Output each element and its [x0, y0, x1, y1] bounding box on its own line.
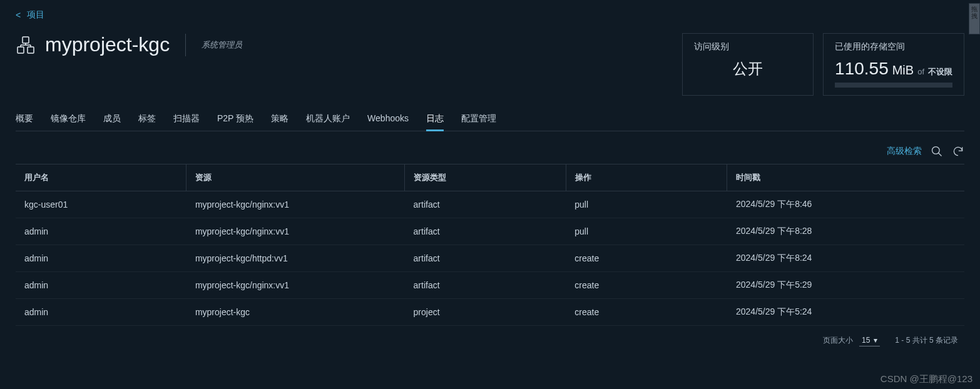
storage-of: of — [917, 67, 924, 76]
cell-time: 2024/5/29 下午8:28 — [727, 218, 964, 245]
access-level-label: 访问级别 — [694, 41, 802, 53]
table-row[interactable]: adminmyproject-kgcprojectcreate2024/5/29… — [16, 299, 964, 326]
tab-8[interactable]: Webhooks — [367, 108, 409, 131]
table-row[interactable]: adminmyproject-kgc/nginx:vv1artifactpull… — [16, 218, 964, 245]
page-size-value: 15 — [862, 336, 870, 345]
project-header: myproject-kgc 系统管理员 — [16, 33, 242, 56]
cell-type: artifact — [405, 245, 566, 272]
cell-resource: myproject-kgc/nginx:vv1 — [186, 191, 405, 218]
cell-time: 2024/5/29 下午8:46 — [727, 191, 964, 218]
cell-user: admin — [16, 272, 186, 299]
tab-4[interactable]: 扫描器 — [173, 108, 200, 131]
cell-resource: myproject-kgc — [186, 299, 405, 326]
cell-action: pull — [566, 218, 727, 245]
page-size-select[interactable]: 15 ▾ — [859, 335, 880, 346]
cell-action: create — [566, 272, 727, 299]
svg-rect-0 — [23, 37, 29, 43]
access-level-value: 公开 — [694, 59, 802, 79]
toolbar: 高级检索 — [16, 139, 964, 164]
table-row[interactable]: kgc-user01myproject-kgc/nginx:vv1artifac… — [16, 191, 964, 218]
storage-progress-bar — [835, 83, 952, 88]
cell-action: create — [566, 245, 727, 272]
refresh-icon[interactable] — [952, 145, 964, 158]
storage-label: 已使用的存储空间 — [835, 41, 952, 53]
table-header-0[interactable]: 用户名 — [16, 164, 186, 191]
table-footer: 页面大小 15 ▾ 1 - 5 共计 5 条记录 — [16, 326, 964, 355]
cell-time: 2024/5/29 下午5:29 — [727, 272, 964, 299]
table-header-2[interactable]: 资源类型 — [405, 164, 566, 191]
cell-user: admin — [16, 218, 186, 245]
tab-5[interactable]: P2P 预热 — [217, 108, 253, 131]
cell-action: pull — [566, 191, 727, 218]
table-header-4[interactable]: 时间戳 — [727, 164, 964, 191]
svg-point-7 — [932, 147, 940, 154]
cell-resource: myproject-kgc/nginx:vv1 — [186, 218, 405, 245]
advanced-search-link[interactable]: 高级检索 — [887, 146, 922, 157]
cell-type: artifact — [405, 191, 566, 218]
breadcrumb-projects-link[interactable]: 项目 — [27, 9, 44, 21]
tab-7[interactable]: 机器人账户 — [306, 108, 350, 131]
breadcrumb: < 项目 — [16, 9, 964, 21]
tab-6[interactable]: 策略 — [271, 108, 288, 131]
page-title: myproject-kgc — [45, 33, 170, 56]
cell-time: 2024/5/29 下午8:24 — [727, 245, 964, 272]
cell-type: artifact — [405, 218, 566, 245]
tab-9[interactable]: 日志 — [426, 108, 444, 131]
storage-unit: MiB — [892, 63, 914, 78]
table-row[interactable]: adminmyproject-kgc/nginx:vv1artifactcrea… — [16, 272, 964, 299]
tab-3[interactable]: 标签 — [138, 108, 156, 131]
svg-line-8 — [939, 153, 942, 156]
cell-resource: myproject-kgc/httpd:vv1 — [186, 245, 405, 272]
tab-0[interactable]: 概要 — [16, 108, 33, 131]
cell-resource: myproject-kgc/nginx:vv1 — [186, 272, 405, 299]
access-level-card: 访问级别 公开 — [682, 33, 814, 96]
side-widget[interactable]: 拖拽 — [969, 3, 980, 34]
cell-type: project — [405, 299, 566, 326]
cell-user: admin — [16, 245, 186, 272]
table-header-3[interactable]: 操作 — [566, 164, 727, 191]
tab-2[interactable]: 成员 — [103, 108, 121, 131]
search-icon[interactable] — [931, 145, 943, 158]
table-header-1[interactable]: 资源 — [186, 164, 405, 191]
chevron-left-icon[interactable]: < — [16, 10, 21, 20]
storage-value: 110.55 — [835, 59, 889, 79]
tabs: 概要镜像仓库成员标签扫描器P2P 预热策略机器人账户Webhooks日志配置管理 — [16, 108, 964, 131]
cell-user: admin — [16, 299, 186, 326]
storage-card: 已使用的存储空间 110.55MiB of 不设限 — [823, 33, 964, 96]
divider — [185, 34, 186, 56]
page-size-label: 页面大小 — [823, 335, 853, 346]
cell-time: 2024/5/29 下午5:24 — [727, 299, 964, 326]
logs-table: 用户名资源资源类型操作时间戳 kgc-user01myproject-kgc/n… — [16, 164, 964, 326]
cell-type: artifact — [405, 272, 566, 299]
svg-rect-2 — [28, 47, 34, 53]
svg-rect-1 — [18, 47, 24, 53]
pagination-summary: 1 - 5 共计 5 条记录 — [895, 335, 958, 346]
cell-user: kgc-user01 — [16, 191, 186, 218]
storage-limit: 不设限 — [928, 66, 952, 78]
role-label: 系统管理员 — [202, 39, 242, 51]
cell-action: create — [566, 299, 727, 326]
tab-1[interactable]: 镜像仓库 — [51, 108, 86, 131]
table-row[interactable]: adminmyproject-kgc/httpd:vv1artifactcrea… — [16, 245, 964, 272]
watermark: CSDN @王鹏程@123 — [880, 373, 972, 385]
project-icon — [16, 35, 36, 55]
chevron-down-icon: ▾ — [874, 336, 877, 345]
tab-10[interactable]: 配置管理 — [461, 108, 496, 131]
